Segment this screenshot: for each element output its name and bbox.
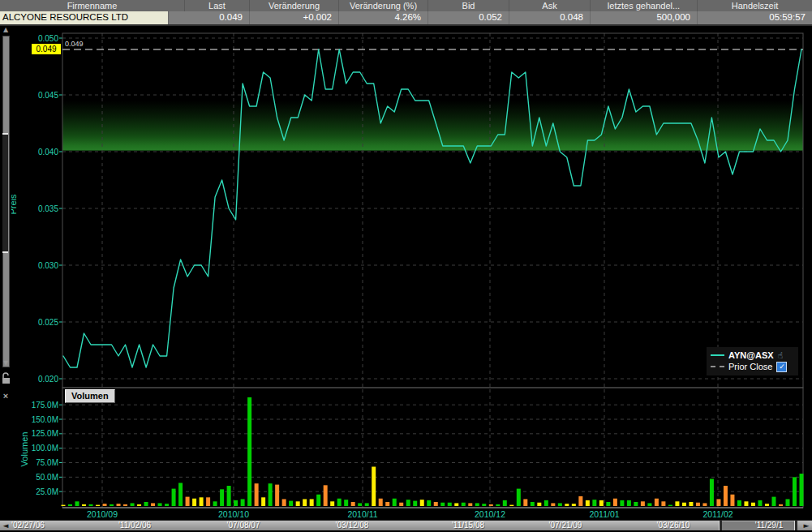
volume-ytick-label: 175.0M: [32, 401, 58, 410]
date-range-scrollbar[interactable]: ◄ '02/27/06'11/02/06'07/08/07'03/12/08'1…: [0, 520, 812, 530]
price-ytick-label: 0.035: [38, 204, 58, 213]
column-header-veraenderung-pct: Veränderung (%): [339, 0, 428, 11]
range-date-label: '03/12/08: [336, 521, 369, 530]
column-header-firmenname: Firmenname: [0, 0, 185, 11]
vertical-range-thumb[interactable]: [2, 133, 8, 253]
scroll-left-button[interactable]: ◄: [1, 521, 11, 530]
bid-value: 0.052: [428, 11, 509, 24]
close-icon[interactable]: ×: [1, 391, 11, 401]
change-pct-value: 4.26%: [339, 11, 428, 24]
volume-ytick-label: 125.0M: [32, 429, 58, 438]
scroll-right-button[interactable]: ►: [801, 521, 811, 530]
chart-canvas: 0.0500.0450.0400.0350.0300.0250.020175.0…: [0, 0, 812, 532]
price-ytick-label: 0.040: [38, 148, 58, 157]
column-header-ask: Ask: [509, 0, 591, 11]
series-name-label: AYN@ASX: [728, 350, 774, 360]
price-ytick-label: 0.030: [38, 261, 58, 270]
hand-icon[interactable]: ☝: [778, 351, 784, 360]
column-header-veraenderung: Veränderung: [250, 0, 339, 11]
price-plot-area[interactable]: [62, 33, 803, 388]
volume-ytick-label: 25.0M: [36, 487, 58, 496]
month-label: 2011/01: [589, 509, 619, 519]
price-ytick-label: 0.045: [38, 91, 58, 100]
volume-ytick-label: 150.0M: [32, 415, 58, 424]
ask-value: 0.048: [509, 11, 591, 24]
month-label: 2010/12: [475, 509, 505, 519]
column-header-handelszeit: Handelszeit: [698, 0, 812, 11]
open-padlock-glyph: [1, 371, 11, 385]
volume-plot-area[interactable]: [62, 388, 803, 508]
left-toolbar: ▲ ▼ ×: [0, 24, 11, 532]
range-date-label: '11/02/06: [118, 521, 151, 530]
prior-close-checkbox[interactable]: ✓: [776, 362, 787, 372]
scroll-down-button[interactable]: ▼: [0, 359, 11, 367]
volume-axis-title: Volumen: [19, 420, 29, 478]
company-name-value: ALCYONE RESOURCES LTD: [0, 11, 169, 24]
last-value: 0.049: [169, 11, 250, 24]
quote-header: Firmenname Last Veränderung Veränderung …: [0, 0, 812, 26]
volume-panel-title: Volumen: [65, 389, 115, 403]
prior-close-label: Prior Close: [728, 362, 772, 371]
volume-ytick-label: 75.0M: [36, 458, 58, 467]
unlock-icon[interactable]: [1, 371, 11, 388]
range-date-label: '07/21/09: [549, 521, 582, 530]
chart-legend: AYN@ASX ☝ Prior Close ✓: [707, 347, 798, 375]
volume-ytick-label: 50.0M: [36, 473, 58, 482]
legend-item-prior-close[interactable]: Prior Close ✓: [711, 361, 794, 372]
thumb-right-grip[interactable]: [794, 521, 797, 530]
column-header-last: Last: [185, 0, 250, 11]
last-traded-volume-value: 500,000: [591, 11, 698, 24]
month-label: 2010/11: [347, 509, 377, 519]
quote-header-labels-row: Firmenname Last Veränderung Veränderung …: [0, 0, 812, 11]
thumb-left-grip[interactable]: [719, 521, 722, 530]
legend-item-symbol[interactable]: AYN@ASX ☝: [711, 350, 794, 361]
range-date-label: '11/15/08: [452, 521, 484, 530]
volume-ytick-label: 100.0M: [32, 444, 58, 453]
range-date-label: '11/29/1: [755, 521, 784, 530]
prior-close-dash-swatch: [711, 366, 724, 367]
range-date-label: '07/08/07: [227, 521, 260, 530]
price-ytick-label: 0.050: [38, 34, 58, 43]
quote-values-row: ALCYONE RESOURCES LTD 0.049 +0.002 4.26%…: [0, 11, 812, 26]
trading-terminal-window: 0.0500.0450.0400.0350.0300.0250.020175.0…: [0, 0, 812, 532]
range-date-label: '03/26/10: [657, 521, 690, 530]
trade-time-value: 05:59:57: [698, 11, 812, 24]
price-ytick-label: 0.025: [38, 318, 58, 327]
range-date-label: '02/27/06: [11, 521, 45, 530]
series-line-swatch: [711, 354, 724, 356]
last-price-axis-tag: 0.049: [32, 44, 61, 54]
column-header-bid: Bid: [428, 0, 509, 11]
column-header-letztes-gehandelt: letztes gehandel...: [591, 0, 698, 11]
month-label: 2010/09: [87, 509, 118, 519]
month-label: 2010/10: [218, 509, 249, 519]
month-label: 2011/02: [702, 509, 733, 519]
scroll-up-button[interactable]: ▲: [0, 26, 11, 33]
change-value: +0.002: [250, 11, 339, 24]
price-ytick-label: 0.020: [38, 375, 58, 384]
